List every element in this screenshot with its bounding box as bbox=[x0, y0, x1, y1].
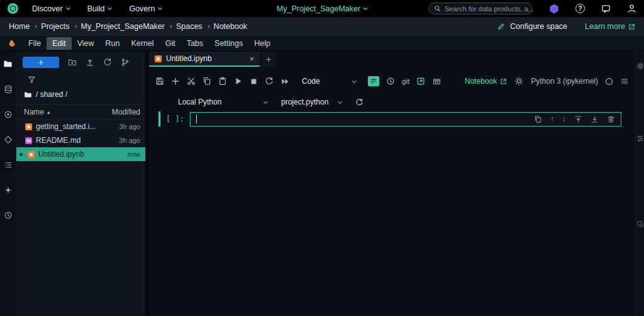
menu-help[interactable]: Help bbox=[248, 37, 276, 50]
move-cell-up-icon[interactable]: ↑ bbox=[550, 115, 554, 123]
git-branch-icon[interactable] bbox=[4, 135, 13, 144]
settings-gear-icon[interactable] bbox=[514, 77, 523, 86]
chevron-down-icon bbox=[264, 99, 268, 103]
insert-cell-below-icon[interactable] bbox=[591, 115, 599, 123]
checkpoint-history-icon[interactable] bbox=[386, 77, 395, 86]
menu-discover[interactable]: Discover bbox=[32, 4, 70, 13]
jupyter-logo-icon bbox=[8, 39, 16, 48]
assistant-hexagon-icon[interactable] bbox=[549, 4, 559, 14]
tab-bar: Untitled.ipynb × + bbox=[149, 52, 635, 67]
cell-type-select[interactable]: Code bbox=[302, 77, 356, 86]
learn-more-link[interactable]: Learn more bbox=[585, 22, 635, 31]
cell-prompt: [ ]: bbox=[166, 115, 190, 123]
restart-kernel-icon[interactable] bbox=[265, 77, 274, 86]
chevron-right-icon bbox=[206, 25, 210, 28]
git-label[interactable]: git bbox=[402, 77, 409, 85]
file-row-selected[interactable]: Untitled.ipynb now bbox=[16, 147, 145, 161]
help-icon[interactable]: ? bbox=[575, 4, 585, 13]
notebook-area: Untitled.ipynb × + bbox=[149, 52, 635, 316]
toolbar-right-cluster: Notebook Python 3 (ipykernel) bbox=[465, 77, 629, 86]
kernel-running-indicator bbox=[19, 153, 23, 156]
menu-build-label: Build bbox=[87, 4, 105, 13]
git-clone-icon[interactable] bbox=[121, 58, 130, 67]
search-box[interactable] bbox=[428, 3, 533, 14]
close-tab-icon[interactable]: × bbox=[249, 54, 254, 64]
name-column-header[interactable]: Name bbox=[24, 108, 44, 116]
app-logo-icon[interactable] bbox=[8, 3, 18, 14]
interpreter-select[interactable]: project.python bbox=[281, 98, 341, 106]
menu-kernel[interactable]: Kernel bbox=[126, 37, 160, 50]
stop-kernel-icon[interactable] bbox=[250, 77, 258, 86]
cut-cells-icon[interactable] bbox=[187, 77, 196, 86]
open-in-studio-icon[interactable] bbox=[416, 77, 425, 86]
refresh-icon[interactable] bbox=[103, 58, 112, 67]
sessions-panel-icon[interactable] bbox=[636, 220, 644, 228]
cell-collapser[interactable] bbox=[158, 111, 160, 127]
configure-space-button[interactable]: Configure space bbox=[510, 22, 567, 31]
toolbar-menu-icon[interactable] bbox=[620, 77, 629, 85]
save-icon[interactable] bbox=[155, 77, 164, 86]
copy-cells-icon[interactable] bbox=[203, 77, 211, 86]
breadcrumb-home[interactable]: Home bbox=[9, 22, 30, 31]
folder-icon[interactable] bbox=[24, 91, 32, 99]
data-sources-icon[interactable] bbox=[4, 85, 13, 94]
add-cell-icon[interactable] bbox=[171, 77, 180, 86]
breadcrumb-project[interactable]: My_Project_SageMaker bbox=[81, 22, 165, 31]
user-profile-icon[interactable] bbox=[627, 4, 636, 13]
menu-git[interactable]: Git bbox=[160, 37, 181, 50]
chevron-down-icon bbox=[338, 99, 342, 103]
chevron-down-icon bbox=[108, 6, 112, 10]
environment-select[interactable]: Local Python bbox=[178, 98, 267, 106]
upload-icon[interactable] bbox=[86, 58, 94, 67]
paste-cells-icon[interactable] bbox=[218, 77, 227, 86]
notebook-link[interactable]: Notebook bbox=[465, 77, 507, 86]
feedback-icon[interactable] bbox=[601, 4, 611, 13]
run-cell-icon[interactable] bbox=[234, 77, 243, 86]
virtual-scrollbar-toggle-icon[interactable] bbox=[368, 76, 379, 86]
kernel-status-icon[interactable] bbox=[606, 78, 613, 85]
refresh-environments-icon[interactable] bbox=[355, 98, 364, 106]
modified-column-header[interactable]: Modified bbox=[112, 108, 140, 116]
extensions-icon[interactable] bbox=[4, 186, 13, 195]
delete-cell-icon[interactable] bbox=[607, 115, 615, 123]
menu-run[interactable]: Run bbox=[100, 37, 126, 50]
new-folder-icon[interactable] bbox=[68, 58, 77, 67]
menu-govern[interactable]: Govern bbox=[129, 4, 162, 13]
restart-run-all-icon[interactable] bbox=[280, 77, 290, 86]
new-launcher-button[interactable]: + bbox=[23, 57, 59, 68]
menu-settings[interactable]: Settings bbox=[209, 37, 248, 50]
menu-edit[interactable]: Edit bbox=[47, 37, 72, 50]
insert-cell-above-icon[interactable] bbox=[574, 115, 582, 123]
move-cell-down-icon[interactable]: ↓ bbox=[562, 115, 566, 123]
filter-funnel-icon[interactable] bbox=[28, 76, 145, 84]
sort-ascending-icon[interactable]: ▴ bbox=[47, 109, 50, 115]
keyboard-shortcuts-icon[interactable] bbox=[432, 77, 441, 86]
menu-tabs[interactable]: Tabs bbox=[181, 37, 209, 50]
chevron-down-icon bbox=[352, 78, 357, 82]
recent-activity-icon[interactable] bbox=[4, 211, 13, 220]
file-row[interactable]: README.md 3h ago bbox=[16, 133, 145, 147]
project-selector[interactable]: My_Project_SageMaker bbox=[277, 4, 367, 13]
search-input[interactable] bbox=[445, 5, 534, 13]
menu-view[interactable]: View bbox=[72, 37, 100, 50]
breadcrumb-projects[interactable]: Projects bbox=[41, 22, 69, 31]
breadcrumb: Home Projects My_Project_SageMaker Space… bbox=[9, 22, 247, 31]
tab-untitled-ipynb[interactable]: Untitled.ipynb × bbox=[149, 52, 260, 67]
duplicate-cell-icon[interactable] bbox=[534, 115, 542, 123]
property-inspector-icon[interactable] bbox=[636, 135, 644, 142]
new-tab-button[interactable]: + bbox=[261, 52, 276, 67]
file-browser-panel: + / shared / Name bbox=[16, 52, 145, 316]
kernel-name-label[interactable]: Python 3 (ipykernel) bbox=[531, 77, 598, 86]
notebook-file-icon bbox=[25, 123, 32, 130]
menu-file[interactable]: File bbox=[23, 37, 47, 50]
file-row[interactable]: getting_started.i... 3h ago bbox=[16, 120, 145, 133]
cell-editor[interactable]: ↑ ↓ bbox=[190, 112, 621, 127]
file-browser-icon[interactable] bbox=[3, 59, 13, 69]
file-browser-toolbar: + bbox=[16, 52, 145, 71]
menu-build[interactable]: Build bbox=[87, 4, 112, 13]
breadcrumb-spaces[interactable]: Spaces bbox=[176, 22, 203, 31]
breadcrumb-actions: Configure space Learn more bbox=[497, 22, 635, 31]
settings-gear-icon[interactable] bbox=[636, 62, 644, 70]
table-of-contents-icon[interactable] bbox=[4, 161, 13, 169]
running-sessions-icon[interactable] bbox=[4, 110, 13, 119]
